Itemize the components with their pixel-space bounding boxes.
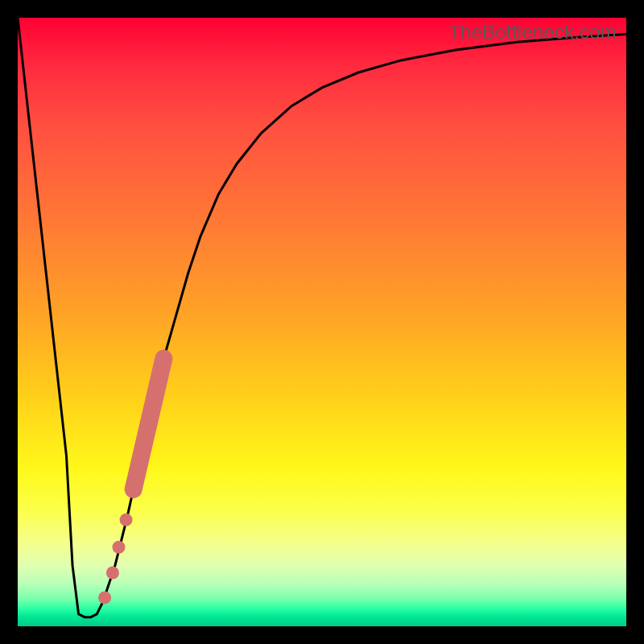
marker-group — [98, 358, 163, 604]
bottleneck-curve-path — [18, 18, 626, 617]
watermark-text: TheBottleneck.com — [448, 21, 617, 43]
plot-area: TheBottleneck.com — [18, 18, 626, 626]
marker-dot — [106, 566, 119, 579]
marker-segment — [134, 358, 164, 489]
marker-dot — [120, 514, 133, 526]
chart-frame: TheBottleneck.com — [0, 0, 644, 644]
marker-dot — [98, 591, 111, 604]
chart-svg — [18, 18, 626, 626]
marker-dot — [112, 541, 125, 554]
